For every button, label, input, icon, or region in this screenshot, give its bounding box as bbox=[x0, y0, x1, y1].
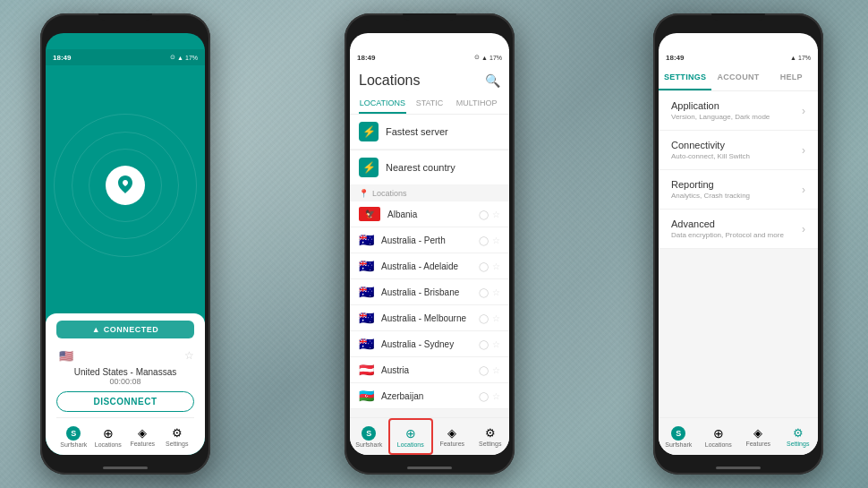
title-row: Locations 🔍 bbox=[359, 73, 500, 89]
phone-settings: 18:49 ▲ 17% SETTINGS ACCOUNT HELP Applic… bbox=[653, 13, 823, 475]
sim-icon: ⊙ bbox=[170, 54, 175, 61]
locations-screen: 18:49 ⊙ ▲ 17% Locations 🔍 LOCATIONS STAT… bbox=[350, 49, 509, 455]
row-actions: ◯ ☆ bbox=[479, 391, 500, 401]
nav-locations-label: Locations bbox=[705, 441, 732, 448]
settings-nav-icon: ⚙ bbox=[793, 426, 804, 440]
nav-settings[interactable]: ⚙ Settings bbox=[779, 418, 819, 455]
au-flag: 🇦🇺 bbox=[359, 285, 374, 299]
favorite-icon[interactable]: ☆ bbox=[492, 235, 500, 245]
status-bar: 18:49 ⊙ ▲ 17% bbox=[350, 49, 509, 65]
list-item[interactable]: 🇦🇺 Australia - Perth ◯ ☆ bbox=[350, 227, 509, 253]
location-name: United States - Manassas bbox=[56, 367, 194, 377]
connected-panel: ▲ CONNECTED 🇺🇸 ☆ United States - Manassa… bbox=[46, 313, 205, 455]
row-actions: ◯ ☆ bbox=[479, 210, 500, 219]
favorite-icon[interactable]: ☆ bbox=[492, 287, 500, 297]
tab-settings[interactable]: SETTINGS bbox=[659, 65, 711, 90]
location-info: 🇺🇸 ☆ bbox=[56, 346, 194, 365]
tab-help[interactable]: HELP bbox=[765, 65, 818, 90]
surfshark-logo bbox=[106, 166, 145, 205]
list-item[interactable]: 🇦🇺 Australia - Brisbane ◯ ☆ bbox=[350, 279, 509, 305]
disconnect-button[interactable]: DISCONNECT bbox=[56, 391, 194, 412]
list-item[interactable]: 🦅 Albania ◯ ☆ bbox=[350, 201, 509, 227]
nav-features[interactable]: ◈ Features bbox=[738, 418, 779, 455]
favorite-icon[interactable]: ☆ bbox=[492, 339, 500, 349]
favorite-icon[interactable]: ☆ bbox=[492, 313, 500, 323]
nav-settings-label: Settings bbox=[787, 441, 809, 447]
nav-surfshark[interactable]: S Surfshark bbox=[659, 418, 699, 455]
bottom-navigation: S Surfshark ⊕ Locations ◈ Features ⚙ Set… bbox=[56, 417, 194, 455]
nav-features-label: Features bbox=[130, 441, 155, 447]
tab-multihop[interactable]: MULTIHOP bbox=[453, 94, 500, 114]
nav-settings[interactable]: ⚙ Settings bbox=[160, 418, 195, 455]
nav-surfshark[interactable]: S Surfshark bbox=[56, 418, 91, 455]
row-actions: ◯ ☆ bbox=[479, 235, 500, 245]
bolt-icon: ⚡ bbox=[359, 122, 379, 141]
settings-item-application[interactable]: Application Version, Language, Dark mode… bbox=[659, 91, 818, 131]
fastest-server-item[interactable]: ⚡ Fastest server bbox=[350, 115, 509, 149]
nav-settings[interactable]: ⚙ Settings bbox=[472, 418, 510, 455]
status-time: 18:49 bbox=[666, 54, 684, 62]
settings-item-reporting[interactable]: Reporting Analytics, Crash tracking › bbox=[659, 170, 818, 210]
status-time: 18:49 bbox=[53, 54, 71, 62]
nav-features[interactable]: ◈ Features bbox=[433, 418, 472, 455]
row-actions: ◯ ☆ bbox=[479, 339, 500, 349]
favorite-icon[interactable]: ☆ bbox=[492, 210, 500, 219]
status-icons: ⊙ ▲ 17% bbox=[170, 54, 198, 61]
favorite-icon: ☆ bbox=[184, 349, 194, 362]
nav-locations[interactable]: ⊕ Locations bbox=[91, 418, 126, 455]
fastest-server-label: Fastest server bbox=[386, 126, 448, 137]
locations-nav-icon: ⊕ bbox=[405, 426, 416, 441]
locations-content: ⚡ Fastest server ⚡ Nearest country 📍 Loc… bbox=[350, 115, 509, 417]
settings-list: Application Version, Language, Dark mode… bbox=[659, 91, 818, 254]
favorite-icon[interactable]: ☆ bbox=[492, 261, 500, 271]
tab-locations[interactable]: LOCATIONS bbox=[359, 94, 406, 114]
list-item[interactable]: 🇦🇺 Australia - Melbourne ◯ ☆ bbox=[350, 305, 509, 331]
features-nav-icon: ◈ bbox=[138, 426, 147, 440]
signal-icon: ◯ bbox=[479, 261, 489, 271]
favorite-icon[interactable]: ☆ bbox=[492, 391, 500, 401]
tab-static[interactable]: STATIC bbox=[406, 94, 454, 114]
az-flag: 🇦🇿 bbox=[359, 389, 374, 403]
location-tabs: LOCATIONS STATIC MULTIHOP bbox=[359, 94, 500, 114]
list-item[interactable]: 🇦🇹 Austria ◯ ☆ bbox=[350, 357, 509, 383]
settings-nav-icon: ⚙ bbox=[485, 426, 496, 440]
nearest-country-label: Nearest country bbox=[386, 162, 455, 173]
signal-icon: ◯ bbox=[479, 235, 489, 245]
nearest-country-item[interactable]: ⚡ Nearest country bbox=[350, 150, 509, 184]
phone-locations: 18:49 ⊙ ▲ 17% Locations 🔍 LOCATIONS STAT… bbox=[345, 13, 515, 475]
status-icons: ⊙ ▲ 17% bbox=[474, 54, 502, 61]
locations-nav-icon: ⊕ bbox=[103, 426, 114, 441]
connection-timer: 00:00:08 bbox=[56, 377, 194, 386]
country-name: Albania bbox=[387, 210, 472, 219]
row-actions: ◯ ☆ bbox=[479, 313, 500, 323]
list-item[interactable]: 🇦🇺 Australia - Adelaide ◯ ☆ bbox=[350, 253, 509, 279]
wifi-icon: ▲ bbox=[481, 55, 488, 61]
settings-item-connectivity[interactable]: Connectivity Auto-connect, Kill Switch › bbox=[659, 131, 818, 170]
chevron-right-icon: › bbox=[802, 184, 805, 196]
favorite-icon[interactable]: ☆ bbox=[492, 365, 500, 375]
chevron-right-icon: › bbox=[802, 105, 805, 117]
settings-item-subtitle: Analytics, Crash tracking bbox=[671, 192, 802, 200]
nav-features-label: Features bbox=[745, 441, 770, 447]
search-icon[interactable]: 🔍 bbox=[485, 73, 500, 88]
list-item[interactable]: 🇦🇺 Australia - Sydney ◯ ☆ bbox=[350, 331, 509, 357]
phone-notch bbox=[403, 13, 456, 21]
signal-icon: ◯ bbox=[479, 287, 489, 297]
nav-surfshark-label: Surfshark bbox=[355, 441, 382, 448]
albania-flag: 🦅 bbox=[359, 207, 380, 221]
tab-account[interactable]: ACCOUNT bbox=[711, 65, 764, 90]
nav-features[interactable]: ◈ Features bbox=[125, 418, 160, 455]
nav-locations[interactable]: ⊕ Locations bbox=[388, 418, 434, 455]
connected-status-bar: ▲ CONNECTED bbox=[56, 321, 194, 338]
list-item[interactable]: 🇦🇿 Azerbaijan ◯ ☆ bbox=[350, 383, 509, 409]
bolt-icon-2: ⚡ bbox=[359, 158, 379, 177]
bottom-navigation: S Surfshark ⊕ Locations ◈ Features ⚙ Set… bbox=[350, 417, 509, 455]
country-name: Azerbaijan bbox=[381, 391, 472, 401]
signal-icon: ◯ bbox=[479, 313, 489, 323]
nav-locations[interactable]: ⊕ Locations bbox=[699, 418, 739, 455]
country-name: Australia - Brisbane bbox=[381, 287, 472, 297]
country-name: Australia - Melbourne bbox=[381, 313, 472, 323]
surfshark-nav-icon: S bbox=[362, 426, 376, 441]
nav-surfshark[interactable]: S Surfshark bbox=[350, 418, 388, 455]
settings-item-advanced[interactable]: Advanced Data encryption, Protocol and m… bbox=[659, 210, 818, 249]
